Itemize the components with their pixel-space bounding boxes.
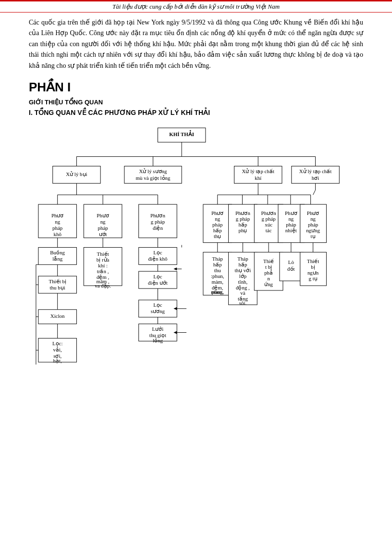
- svg-text:khí: khí: [255, 175, 261, 181]
- svg-text:n: n: [267, 276, 270, 281]
- svg-text:ng: ng: [310, 216, 316, 222]
- svg-text:Lọc:: Lọc:: [52, 340, 63, 347]
- svg-text:đốt: đốt: [287, 266, 295, 272]
- svg-text:hấp: hấp: [238, 262, 247, 267]
- svg-text:tĩnh,: tĩnh,: [238, 279, 248, 285]
- svg-text:hấp: hấp: [213, 262, 222, 267]
- svg-text:g pháp: g pháp: [236, 216, 250, 222]
- svg-text:lỏng: lỏng: [153, 338, 163, 343]
- svg-text:hạt,: hạt,: [53, 358, 62, 364]
- svg-text:ngưn: ngưn: [307, 270, 319, 276]
- svg-text:Phươ: Phươ: [285, 210, 297, 216]
- svg-text:điện: điện: [153, 225, 163, 231]
- main-content: Các quốc gia trên thế giới đã họp tại Ne…: [0, 17, 392, 540]
- svg-text:Xiclon: Xiclon: [50, 313, 65, 319]
- svg-text:pháp: pháp: [52, 225, 63, 231]
- svg-text:trần ,: trần ,: [97, 268, 109, 274]
- svg-text:ng: ng: [55, 219, 60, 225]
- svg-text::phun,: :phun,: [211, 273, 224, 279]
- svg-text:Lọc: Lọc: [153, 274, 162, 280]
- svg-line-166: [313, 190, 316, 195]
- svg-text:hơi: hơi: [312, 175, 319, 181]
- svg-text:pháp: pháp: [98, 225, 108, 231]
- svg-text:phụ: phụ: [238, 227, 247, 234]
- svg-text:Xử lý tạp chất: Xử lý tạp chất: [242, 168, 274, 175]
- svg-text:Xử lý sương: Xử lý sương: [139, 168, 168, 174]
- svg-text:sương: sương: [151, 308, 165, 314]
- svg-text:nhiệt: nhiệt: [285, 227, 297, 234]
- svg-text:Tháp: Tháp: [212, 256, 223, 262]
- svg-text:thụ: thụ: [214, 233, 221, 239]
- svg-text:khí :: khí :: [98, 263, 108, 268]
- diagram-container: KHÍ THẢI Xử lý bụi Xử lý sương mù và giọ…: [29, 123, 363, 540]
- svg-text:xúc: xúc: [265, 222, 272, 227]
- svg-text:Phươ: Phươ: [211, 210, 224, 216]
- numbered-title: I. TỔNG QUAN VỀ CÁC PHƯƠNG PHÁP XỬ LÝ KH…: [29, 109, 363, 116]
- svg-text:Thiết: Thiết: [307, 258, 319, 264]
- svg-text:lắng: lắng: [52, 256, 62, 262]
- diagram-svg: KHÍ THẢI Xử lý bụi Xử lý sương mù và giọ…: [29, 123, 363, 540]
- svg-text:ứng: ứng: [264, 281, 273, 287]
- svg-text:và: và: [240, 290, 245, 296]
- svg-text:thu bụi: thu bụi: [50, 284, 65, 290]
- svg-text:g pháp: g pháp: [151, 219, 165, 225]
- svg-text:Phươ: Phươ: [51, 213, 64, 218]
- svg-text:Lưới: Lưới: [152, 326, 164, 332]
- svg-text:Phươ: Phươ: [97, 213, 109, 218]
- svg-text:phun.: phun.: [211, 289, 223, 295]
- svg-text:màm,: màm,: [211, 279, 223, 285]
- svg-text:sôi.: sôi.: [239, 300, 247, 306]
- svg-text:Lò: Lò: [288, 259, 294, 265]
- part-title: PHẦN I: [29, 80, 363, 95]
- svg-text:Xử lý bụi: Xử lý bụi: [66, 171, 87, 177]
- svg-text:phả: phả: [264, 270, 273, 276]
- svg-text:Lọc: Lọc: [153, 302, 162, 308]
- svg-text:hấp: hấp: [213, 227, 222, 233]
- svg-text:tác: tác: [266, 227, 272, 233]
- svg-text:ng: ng: [288, 216, 294, 222]
- svg-text:ngưng: ngưng: [306, 227, 320, 233]
- svg-text:ng: ng: [100, 219, 106, 225]
- header-bar: Tài liệu được cung cấp bởi diễn đàn kỹ s…: [0, 0, 392, 13]
- header-text: Tài liệu được cung cấp bởi diễn đàn kỹ s…: [112, 3, 280, 10]
- svg-marker-60: [173, 267, 177, 270]
- svg-text:Phươn: Phươn: [261, 210, 277, 216]
- svg-text:pháp: pháp: [308, 222, 318, 227]
- svg-text:Xử lý tạp chất: Xử lý tạp chất: [299, 168, 331, 175]
- svg-text:Thiết: Thiết: [97, 251, 109, 257]
- svg-text:Lọc: Lọc: [153, 250, 162, 256]
- svg-text:pháp: pháp: [286, 222, 296, 227]
- svg-text:ng: ng: [215, 216, 220, 222]
- svg-text:Phươ: Phươ: [307, 210, 319, 216]
- svg-text:Buồng: Buồng: [50, 250, 65, 255]
- svg-text:KHÍ THẢI: KHÍ THẢI: [169, 130, 194, 137]
- svg-text:ướt: ướt: [99, 231, 107, 237]
- svg-text:Tháp: Tháp: [237, 256, 248, 262]
- svg-text:g tụ: g tụ: [308, 276, 317, 282]
- svg-text:Phươn: Phươn: [235, 210, 251, 216]
- svg-text:Phươn: Phươn: [150, 213, 166, 218]
- svg-text:mù và giọt lỏng: mù và giọt lỏng: [136, 175, 171, 181]
- svg-text:Thiế: Thiế: [263, 258, 274, 264]
- svg-text:hấp: hấp: [238, 222, 247, 227]
- svg-text:thu: thu: [214, 267, 221, 273]
- svg-text:vải,: vải,: [53, 347, 62, 352]
- svg-text:Thiết bị: Thiết bị: [49, 278, 66, 285]
- svg-text:điện khô: điện khô: [148, 256, 168, 262]
- svg-text:pháp: pháp: [212, 222, 223, 227]
- intro-paragraph: Các quốc gia trên thế giới đã họp tại Ne…: [29, 17, 363, 71]
- svg-text:điện ướt: điện ướt: [148, 280, 168, 286]
- section-subtitle: GIỚI THIỆU TỔNG QUAN: [29, 99, 363, 106]
- svg-text:tụ: tụ: [311, 233, 316, 239]
- svg-text:va đập.: va đập.: [95, 283, 111, 289]
- svg-text:g pháp: g pháp: [261, 216, 276, 222]
- svg-text:lớp: lớp: [239, 273, 247, 279]
- svg-text:khô: khô: [53, 231, 61, 237]
